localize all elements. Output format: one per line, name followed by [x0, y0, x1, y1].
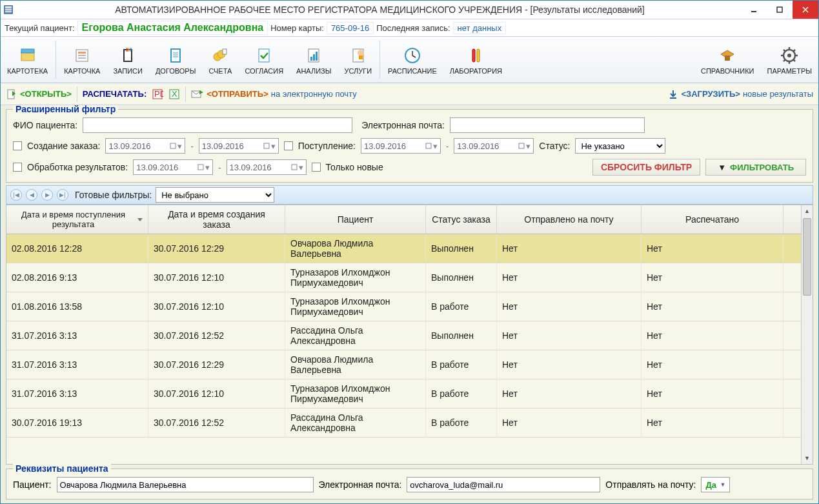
details-email-input[interactable] — [407, 477, 600, 492]
ribbon-dogovory[interactable]: ДОГОВОРЫ — [149, 37, 203, 83]
document-open-icon — [6, 88, 17, 100]
ribbon-laboratoriya[interactable]: ЛАБОРАТОРИЯ — [443, 37, 509, 83]
received-to-date[interactable]: 13.09.2016▾ — [454, 138, 534, 154]
nav-first-button[interactable]: |◀ — [10, 189, 22, 201]
ribbon-spravochniki[interactable]: СПРАВОЧНИКИ — [694, 37, 761, 83]
col-created[interactable]: Дата и время создания заказа — [148, 205, 285, 234]
table-row[interactable]: 31.07.2016 3:1330.07.2016 12:10Турназаро… — [6, 379, 801, 408]
svg-rect-18 — [130, 48, 132, 52]
cell-status: Выполнен — [426, 234, 497, 263]
details-patient-input[interactable] — [57, 477, 314, 492]
processed-to-date[interactable]: 13.09.2016▾ — [227, 159, 307, 175]
received-checkbox[interactable] — [284, 141, 293, 150]
nav-next-button[interactable]: ▶ — [41, 189, 53, 201]
svg-rect-57 — [170, 143, 176, 148]
cell-received: 30.07.2016 19:13 — [6, 408, 148, 437]
send-button[interactable]: <ОТПРАВИТЬ> на электронную почту — [191, 88, 357, 100]
ribbon-analizy[interactable]: АНАЛИЗЫ — [290, 37, 338, 83]
maximize-button[interactable] — [767, 1, 793, 19]
fio-input[interactable] — [83, 117, 352, 133]
table-row[interactable]: 31.07.2016 3:1330.07.2016 12:29Овчарова … — [6, 350, 801, 379]
card-number[interactable]: 765-09-16 — [327, 22, 374, 34]
cell-printed: Нет — [642, 234, 784, 263]
cell-created: 30.07.2016 12:52 — [148, 321, 285, 350]
created-checkbox[interactable] — [13, 141, 22, 150]
chevron-down-icon: ▼ — [720, 481, 726, 488]
send-label: <ОТПРАВИТЬ> — [207, 89, 268, 99]
processed-from-date[interactable]: 13.09.2016▾ — [133, 159, 213, 175]
nav-prev-button[interactable]: ◀ — [26, 189, 37, 201]
table-row[interactable]: 30.07.2016 19:1330.07.2016 12:52Рассадин… — [6, 408, 801, 438]
ribbon-kartochka[interactable]: КАРТОЧКА — [57, 37, 106, 83]
col-patient[interactable]: Пациент — [285, 205, 426, 234]
preset-select[interactable]: Не выбрано — [156, 187, 274, 203]
ribbon-kartoteka[interactable]: КАРТОТЕКА — [1, 37, 54, 83]
details-send-value[interactable]: Да▼ — [701, 477, 730, 492]
apply-filter-button[interactable]: ▼ФИЛЬТРОВАТЬ — [705, 159, 806, 176]
vertical-scrollbar[interactable]: ▲ ▼ — [801, 205, 813, 464]
window-buttons — [741, 1, 818, 19]
svg-rect-12 — [78, 55, 86, 56]
card-number-label: Номер карты: — [270, 23, 324, 33]
scroll-down-icon[interactable]: ▼ — [802, 452, 813, 464]
cell-status: Выполнен — [426, 263, 497, 292]
print-pdf-button[interactable]: PDF — [152, 88, 163, 100]
col-received[interactable]: Дата и время поступления результата — [6, 205, 148, 234]
body-area: Расширенный фильтр ФИО пациента: Электро… — [1, 105, 818, 503]
status-select[interactable]: Не указано — [575, 138, 665, 154]
nav-last-button[interactable]: ▶| — [57, 189, 68, 201]
cell-patient: Турназаров Илхомджон Пирмухамедович — [285, 292, 426, 321]
cell-created: 30.07.2016 12:10 — [148, 263, 285, 292]
details-patient-label: Пациент: — [13, 479, 52, 490]
ribbon-raspisanie[interactable]: РАСПИСАНИЕ — [381, 37, 443, 83]
scroll-thumb[interactable] — [803, 218, 811, 296]
ribbon-zapisi[interactable]: ЗАПИСИ — [106, 37, 149, 83]
ribbon-soglasiya[interactable]: СОГЛАСИЯ — [238, 37, 290, 83]
email-filter-input[interactable] — [450, 117, 645, 133]
details-legend: Реквизиты пациента — [13, 463, 111, 474]
cell-received: 31.07.2016 3:13 — [6, 350, 148, 379]
last-record-value[interactable]: нет данных — [453, 22, 507, 34]
open-label: <ОТКРЫТЬ> — [20, 89, 72, 99]
cell-received: 01.08.2016 13:58 — [6, 292, 148, 321]
ribbon-label: РАСПИСАНИЕ — [388, 67, 437, 75]
table-row[interactable]: 02.08.2016 9:1330.07.2016 12:10Турназаро… — [6, 263, 801, 292]
col-printed[interactable]: Распечатано — [642, 205, 784, 234]
cell-created: 30.07.2016 12:10 — [148, 379, 285, 408]
col-sent[interactable]: Отправлено на почту — [497, 205, 642, 234]
table-row[interactable]: 02.08.2016 12:2830.07.2016 12:29Овчарова… — [6, 234, 801, 263]
ribbon-parametry[interactable]: ПАРАМЕТРЫ — [761, 37, 818, 83]
svg-text:X: X — [172, 89, 177, 99]
svg-rect-37 — [472, 49, 475, 62]
consent-icon — [254, 45, 274, 66]
cell-created: 30.07.2016 12:29 — [148, 350, 285, 379]
ribbon-label: СЧЕТА — [208, 67, 232, 75]
ribbon-uslugi[interactable]: УСЛУГИ — [338, 37, 378, 83]
received-from-date[interactable]: 13.09.2016▾ — [361, 138, 441, 154]
created-to-date[interactable]: 13.09.2016▾ — [199, 138, 279, 154]
table-row[interactable]: 01.08.2016 13:5830.07.2016 12:10Турназар… — [6, 292, 801, 321]
print-xls-button[interactable]: X — [168, 88, 180, 100]
scroll-up-icon[interactable]: ▲ — [802, 205, 813, 217]
ribbon-scheta[interactable]: СЧЕТА — [202, 37, 238, 83]
col-status[interactable]: Статус заказа — [426, 205, 497, 234]
fio-label: ФИО пациента: — [13, 120, 77, 130]
table-row[interactable]: 31.07.2016 3:1330.07.2016 12:52Рассадина… — [6, 321, 801, 350]
excel-icon: X — [168, 88, 180, 100]
calendar-icon — [170, 143, 176, 149]
close-button[interactable] — [793, 1, 818, 19]
reset-filter-button[interactable]: СБРОСИТЬ ФИЛЬТР — [592, 159, 700, 176]
window-title: АВТОМАТИЗИРОВАННОЕ РАБОЧЕЕ МЕСТО РЕГИСТР… — [19, 5, 741, 15]
minimize-button[interactable] — [741, 1, 767, 19]
cell-received: 02.08.2016 9:13 — [6, 263, 148, 292]
current-patient-name[interactable]: Егорова Анастасия Александровна — [77, 21, 268, 35]
svg-rect-17 — [128, 48, 130, 52]
created-from-date[interactable]: 13.09.2016▾ — [105, 138, 185, 154]
onlynew-checkbox[interactable] — [312, 163, 321, 172]
svg-rect-9 — [21, 49, 34, 53]
ribbon-label: ЗАПИСИ — [113, 67, 143, 75]
open-button[interactable]: <ОТКРЫТЬ> — [6, 88, 72, 100]
load-button[interactable]: <ЗАГРУЗИТЬ> новые результаты — [668, 89, 813, 99]
processed-checkbox[interactable] — [13, 163, 22, 172]
reference-icon — [717, 45, 738, 66]
